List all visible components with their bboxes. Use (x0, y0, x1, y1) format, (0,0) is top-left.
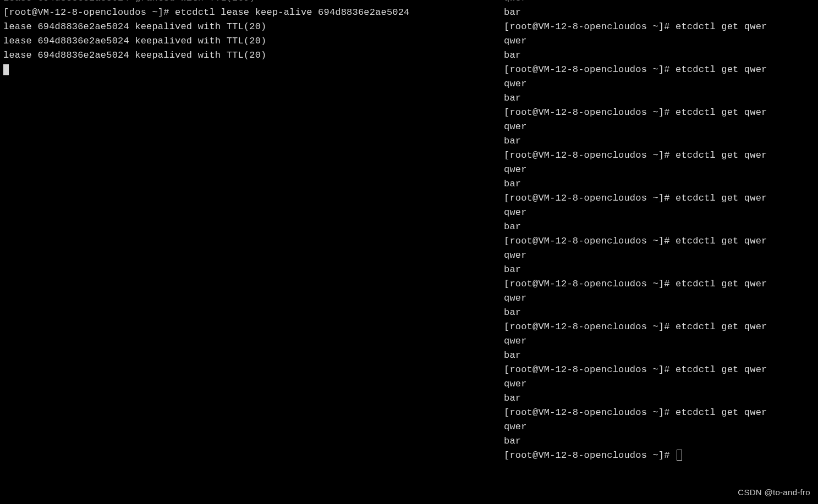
terminal-output-line: lease 694d8836e2ae5024 keepalived with T… (3, 34, 501, 48)
terminal-output-line: qwer (504, 120, 818, 134)
terminal-output-line: qwer (504, 163, 818, 177)
terminal-prompt-line: [root@VM-12-8-opencloudos ~]# etcdctl ge… (504, 363, 818, 377)
terminal-prompt-line: [root@VM-12-8-opencloudos ~]# (504, 448, 818, 463)
terminal-output-line: lease 694d8836e2ae5024 keepalived with T… (3, 20, 501, 34)
terminal-output-line: bar (504, 434, 818, 448)
terminal-prompt-line: [root@VM-12-8-opencloudos ~]# etcdctl ge… (504, 106, 818, 120)
terminal-output-line: bar (504, 48, 818, 63)
terminal-prompt-line: [root@VM-12-8-opencloudos ~]# etcdctl ge… (504, 234, 818, 248)
terminal-pane-right[interactable]: qwer bar [root@VM-12-8-opencloudos ~]# e… (501, 0, 818, 504)
terminal-prompt-line: [root@VM-12-8-opencloudos ~]# etcdctl ge… (504, 20, 818, 34)
terminal-output-line: qwer (504, 420, 818, 434)
cursor-icon (3, 64, 9, 75)
terminal-output-line: lease 694d8836e2ae5024 granted with TTL(… (3, 0, 501, 5)
terminal-output-line: bar (504, 220, 818, 234)
terminal-output-line: bar (504, 348, 818, 363)
terminal-output-line: lease 694d8836e2ae5024 keepalived with T… (3, 48, 501, 63)
terminal-output-line: qwer (504, 34, 818, 48)
terminal-prompt-line: [root@VM-12-8-opencloudos ~]# etcdctl ge… (504, 63, 818, 77)
terminal-prompt-text: [root@VM-12-8-opencloudos ~]# (504, 450, 676, 461)
terminal-output-line: bar (504, 91, 818, 106)
terminal-prompt-line: [root@VM-12-8-opencloudos ~]# etcdctl le… (3, 5, 501, 20)
terminal-output-line: qwer (504, 0, 818, 5)
terminal-output-line: qwer (504, 291, 818, 306)
terminal-cursor-line (3, 63, 501, 77)
terminal-pane-left[interactable]: lease 694d8836e2ae5024 granted with TTL(… (0, 0, 501, 504)
terminal-prompt-line: [root@VM-12-8-opencloudos ~]# etcdctl ge… (504, 277, 818, 291)
terminal-output-line: qwer (504, 377, 818, 391)
watermark-text: CSDN @to-and-fro (738, 485, 810, 500)
terminal-prompt-line: [root@VM-12-8-opencloudos ~]# etcdctl ge… (504, 148, 818, 163)
terminal-output-line: bar (504, 306, 818, 320)
terminal-output-line: qwer (504, 206, 818, 220)
terminal-prompt-line: [root@VM-12-8-opencloudos ~]# etcdctl ge… (504, 406, 818, 420)
terminal-output-line: bar (504, 263, 818, 277)
cursor-icon (677, 450, 682, 461)
terminal-prompt-line: [root@VM-12-8-opencloudos ~]# etcdctl ge… (504, 191, 818, 206)
terminal-output-line: bar (504, 134, 818, 148)
terminal-prompt-line: [root@VM-12-8-opencloudos ~]# etcdctl ge… (504, 320, 818, 334)
terminal-output-line: qwer (504, 248, 818, 263)
terminal-output-line: bar (504, 177, 818, 191)
terminal-output-line: qwer (504, 334, 818, 348)
terminal-output-line: qwer (504, 77, 818, 91)
terminal-output-line: bar (504, 391, 818, 406)
terminal-output-line: bar (504, 5, 818, 20)
